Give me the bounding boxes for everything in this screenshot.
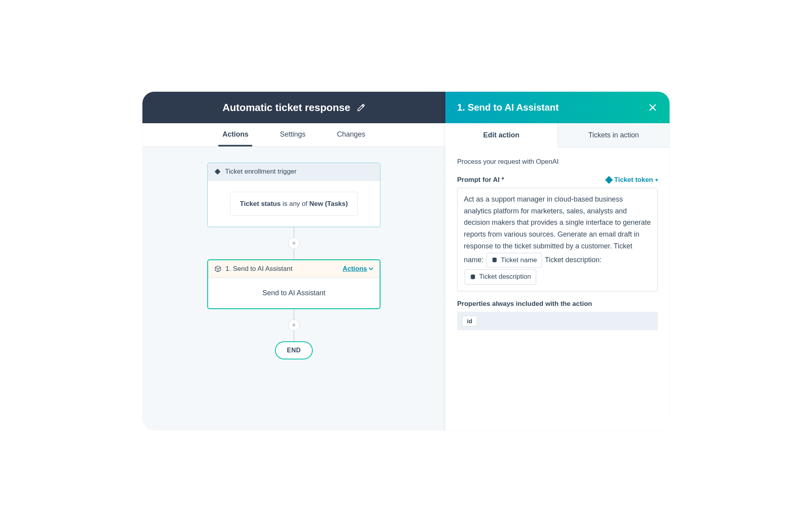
app-window: Automatic ticket response Actions Settin… <box>142 92 670 430</box>
add-step-button[interactable]: + <box>288 319 300 331</box>
criteria-value: New (Tasks) <box>309 200 348 207</box>
tab-changes[interactable]: Changes <box>333 123 369 146</box>
workflow-title: Automatic ticket response <box>222 102 350 114</box>
panel-title: 1. Send to AI Assistant <box>457 102 559 113</box>
header-bar: Automatic ticket response <box>142 92 445 123</box>
token-ticket-name[interactable]: Ticket name <box>486 253 542 268</box>
criteria-field: Ticket status <box>240 200 281 207</box>
workflow-tabs: Actions Settings Changes <box>142 123 445 147</box>
tab-settings[interactable]: Settings <box>276 123 309 146</box>
token-label: Ticket name <box>501 255 537 266</box>
properties-row: id <box>457 312 658 330</box>
svg-rect-0 <box>215 169 221 175</box>
panel-tabs: Edit action Tickets in action <box>445 123 670 148</box>
trigger-criteria[interactable]: Ticket status is any of New (Tasks) <box>230 192 358 216</box>
database-icon <box>470 274 476 280</box>
prompt-field-row: Prompt for AI * Ticket token ▾ <box>457 176 658 184</box>
connector-line <box>293 249 294 259</box>
panel-body: Process your request with OpenAI Prompt … <box>445 148 670 341</box>
edit-title-icon[interactable] <box>357 103 365 112</box>
panel-tab-tickets-in-action[interactable]: Tickets in action <box>558 123 670 148</box>
criteria-op: is any of <box>281 200 309 207</box>
step-card-header: 1. Send to AI Assistant Actions <box>208 260 380 278</box>
property-chip-id[interactable]: id <box>462 316 477 326</box>
close-icon[interactable] <box>648 102 658 113</box>
database-icon <box>491 257 498 263</box>
tab-actions[interactable]: Actions <box>218 123 252 146</box>
actions-label: Actions <box>343 265 367 273</box>
end-node: END <box>275 341 312 359</box>
prompt-label: Prompt for AI * <box>457 176 504 184</box>
token-ticket-description[interactable]: Ticket description <box>465 269 536 284</box>
cube-icon <box>214 265 221 272</box>
trigger-card-body: Ticket status is any of New (Tasks) <box>208 181 380 227</box>
step-actions-dropdown[interactable]: Actions <box>343 265 373 273</box>
connector-line <box>293 309 294 319</box>
chevron-down-icon: ▾ <box>655 177 658 183</box>
token-label: Ticket description <box>479 271 531 282</box>
ticket-icon <box>214 168 221 175</box>
diamond-icon <box>605 176 613 184</box>
connector-line <box>293 227 294 237</box>
step-card-title: 1. Send to AI Assistant <box>225 265 339 273</box>
panel-header: 1. Send to AI Assistant <box>445 92 670 123</box>
panel-description: Process your request with OpenAI <box>457 158 658 166</box>
step-card[interactable]: 1. Send to AI Assistant Actions Send to … <box>207 259 380 309</box>
trigger-card[interactable]: Ticket enrollment trigger Ticket status … <box>207 163 380 227</box>
prompt-text: Ticket description: <box>545 256 602 264</box>
prompt-textarea[interactable]: Act as a support manager in cloud-based … <box>457 188 658 291</box>
insert-token-button[interactable]: Ticket token ▾ <box>606 176 658 184</box>
panel-tab-edit-action[interactable]: Edit action <box>445 123 558 148</box>
workflow-canvas: Ticket enrollment trigger Ticket status … <box>142 147 445 430</box>
step-description: Send to AI Assistant <box>262 289 325 297</box>
token-button-label: Ticket token <box>614 176 653 184</box>
add-step-button[interactable]: + <box>288 237 300 249</box>
chevron-down-icon <box>369 267 373 270</box>
workflow-pane: Automatic ticket response Actions Settin… <box>142 92 445 430</box>
trigger-card-header: Ticket enrollment trigger <box>208 163 380 181</box>
properties-label: Properties always included with the acti… <box>457 300 658 308</box>
connector-line <box>293 331 294 341</box>
step-card-body: Send to AI Assistant <box>208 278 380 308</box>
side-panel: 1. Send to AI Assistant Edit action Tick… <box>445 92 670 430</box>
trigger-card-title: Ticket enrollment trigger <box>225 168 374 176</box>
